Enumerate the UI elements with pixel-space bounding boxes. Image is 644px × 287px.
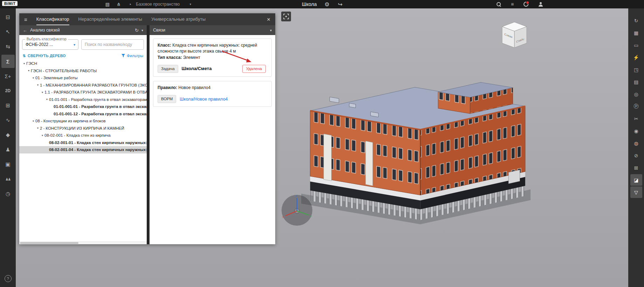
shared-folder-icon[interactable]: ▣ (1, 158, 15, 171)
viewports-icon[interactable]: ▦ (630, 27, 642, 39)
tree-expand-icon[interactable]: ▾ (22, 62, 26, 65)
refresh-model-icon[interactable]: ↻ (630, 15, 642, 26)
tree-row[interactable]: 08-02-001-01 - Кладка стен кирпичных нар… (19, 139, 147, 146)
left-toolbar: ⊟ ↖ ⇆ Σ Σ+ 2D ⊞ ∿ ◆ ♟ ▣ ♟♟ ◷ ? (0, 8, 16, 287)
clip-volume-icon[interactable]: ◪ (630, 174, 642, 186)
tree-row[interactable]: 01-01-001-12 - Разработка грунта в отвал… (19, 110, 147, 118)
select-cursor-icon[interactable]: ↖ (1, 25, 15, 39)
filters-button[interactable]: Фильтры (122, 54, 143, 58)
profile-icon[interactable] (538, 2, 543, 7)
history-icon[interactable]: ◔ (127, 2, 133, 7)
building-model[interactable] (296, 80, 531, 231)
tab-universal-attributes[interactable]: Универсальные атрибуты (151, 13, 206, 25)
tree-expand-icon[interactable]: ▾ (40, 91, 44, 94)
tree-row[interactable]: ▾1.1 - РАЗРАБОТКА ГРУНТА ЭКСКАВАТОРАМИ В… (19, 89, 147, 96)
app-logo[interactable]: BiMiT (2, 1, 18, 6)
share-icon[interactable]: ↪ (337, 1, 344, 8)
model-3d-icon[interactable]: ◳ (630, 64, 642, 75)
classifier-select[interactable]: Выбрать классификатор ФСНБ-2022 ... ▾ (22, 39, 78, 50)
sum-plus-icon[interactable]: Σ+ (1, 69, 15, 83)
tree-expand-icon[interactable]: ▾ (36, 127, 40, 130)
tree-expand-icon[interactable]: ▾ (36, 83, 40, 87)
dashboard-icon[interactable]: ◷ (1, 187, 15, 200)
close-view-icon[interactable]: ⊠ (630, 162, 642, 173)
menu-icon[interactable]: ≡ (511, 1, 514, 7)
tree-expand-icon[interactable]: ▾ (45, 98, 49, 101)
classifier-select-label: Выбрать классификатор (25, 37, 68, 41)
section-cut-icon[interactable]: ✂ (630, 113, 642, 124)
search-icon[interactable] (497, 2, 501, 7)
tree-row[interactable]: 01-01-001-01 - Разработка грунта в отвал… (19, 103, 147, 110)
relations-icon[interactable]: ⇆ (1, 40, 15, 53)
topbar-left-icons: ▤ ⋔ ◔ (104, 0, 133, 8)
class-label: Класс: (158, 43, 171, 48)
tree-row[interactable]: ▾01-01-001 - Разработка грунта в отвал э… (19, 96, 147, 103)
classifier-column: ← Анализ связей ↻ ▾ Выбрать классификато… (19, 25, 147, 244)
tree-row[interactable]: ▾2 - КОНСТРУКЦИИ ИЗ КИРПИЧА И КАМНЕЙ (19, 125, 147, 132)
navigation-gizmo[interactable]: Z X Y (280, 193, 314, 227)
filter-elements-icon[interactable]: ▽ (630, 186, 642, 198)
plugins-icon[interactable]: ◆ (1, 128, 15, 142)
tree-expand-icon[interactable]: ▾ (31, 119, 35, 123)
refresh-icon[interactable]: ↻ (135, 28, 139, 33)
view-2d-icon[interactable]: 2D (1, 84, 15, 97)
user-icon[interactable]: ♟ (1, 143, 15, 156)
tree-row[interactable]: ▾01 - Земляные работы (19, 74, 147, 82)
panel-tabs: ≡ Классификатор Нераспределённые элемент… (19, 13, 275, 25)
focus-element-icon[interactable]: ◎ (630, 88, 642, 100)
scrollbar-thumb[interactable] (20, 242, 78, 244)
show-all-icon[interactable]: ◉ (630, 125, 642, 137)
notifications-icon[interactable] (524, 2, 528, 7)
panel-divider[interactable] (147, 25, 150, 244)
tab-unassigned-elements[interactable]: Нераспределённые элементы (78, 13, 142, 25)
pan-mode-icon[interactable]: Ⓟ (630, 101, 642, 112)
horizontal-scrollbar[interactable] (19, 241, 147, 244)
tree-row[interactable]: ▾1 - МЕХАНИЗИРОВАННАЯ РАЗРАБОТКА ГРУНТОВ… (19, 82, 147, 89)
measure-icon[interactable]: ▭ (630, 39, 642, 51)
tree-row-selected[interactable]: 08-02-001-04 - Кладка стен кирпичных нар… (19, 146, 147, 153)
org-structure-icon[interactable]: ⊞ (1, 99, 15, 112)
links-column: Связи ▾ Класс: Кладка стен кирпичных нар… (150, 25, 275, 244)
right-toolbar: ↻ ▦ ▭ ⚡ ◳ ▤ ◎ Ⓟ ✂ ◉ ◍ ⊘ ⊠ ◪ ▽ (628, 8, 644, 287)
hide-selected-icon[interactable]: ◍ (630, 137, 642, 149)
chevron-down-icon[interactable]: ▾ (141, 28, 143, 32)
analytics-icon[interactable]: ∿ (1, 114, 15, 127)
back-icon[interactable]: ← (23, 28, 27, 33)
links-subheader-title: Связи (153, 28, 165, 33)
rule-chip-row: ВОРМ Школа/Новое правило4 (158, 95, 267, 103)
links-body: Класс: Кладка стен кирпичных наружных: с… (150, 35, 275, 244)
tree-expand-icon[interactable]: ▾ (40, 134, 44, 137)
tab-classifier[interactable]: Классификатор (36, 13, 69, 25)
workspace-selector[interactable]: Базовое пространство ▾ (136, 0, 191, 8)
help-button[interactable]: ? (5, 275, 12, 282)
collapse-tree-icon: ⇅ (23, 54, 26, 58)
chevron-down-icon[interactable]: ▾ (270, 28, 272, 32)
tree-row[interactable]: ▾08-02-001 - Кладка стен из кирпича (19, 132, 147, 139)
isolate-icon[interactable]: ⊘ (630, 150, 642, 161)
apps-icon[interactable]: ▤ (104, 2, 111, 7)
team-icon[interactable]: ♟♟ (1, 172, 15, 186)
sum-classifier-icon[interactable]: Σ (1, 55, 15, 68)
rule-target-link[interactable]: Школа/Новое правило4 (180, 96, 228, 102)
task-target[interactable]: Школа/Смета (182, 66, 212, 72)
tree-expand-icon[interactable]: ▾ (31, 76, 35, 80)
tree-row[interactable]: ▾ГЭСН - СТРОИТЕЛЬНЫЕ РАБОТЫ (19, 67, 147, 75)
tree-row[interactable]: ▾08 - Конструкции из кирпича и блоков (19, 117, 147, 125)
focus-selection-button[interactable] (281, 12, 291, 21)
view-cube[interactable]: Слева Сзади (500, 21, 529, 50)
close-icon[interactable]: × (267, 16, 270, 22)
workspace-label: Базовое пространство (136, 2, 180, 7)
vorm-chip: ВОРМ (158, 95, 176, 103)
quick-actions-icon[interactable]: ⚡ (630, 52, 642, 63)
gear-icon[interactable]: ⚙ (324, 1, 330, 8)
collapse-tree-button[interactable]: ⇅ СВЕРНУТЬ ДЕРЕВО (23, 54, 66, 58)
share-graph-icon[interactable]: ⋔ (116, 2, 122, 7)
rule-value: Новое правило4 (179, 85, 211, 90)
model-structure-icon[interactable]: ⊟ (1, 11, 15, 24)
tree-expand-icon[interactable]: ▾ (27, 69, 31, 72)
tree-row[interactable]: ▾ГЭСН (19, 60, 147, 67)
collapse-panel-icon[interactable]: ≡ (24, 16, 27, 22)
storeys-icon[interactable]: ▤ (630, 76, 642, 88)
search-input[interactable] (81, 39, 144, 50)
filter-funnel-icon (122, 54, 125, 57)
